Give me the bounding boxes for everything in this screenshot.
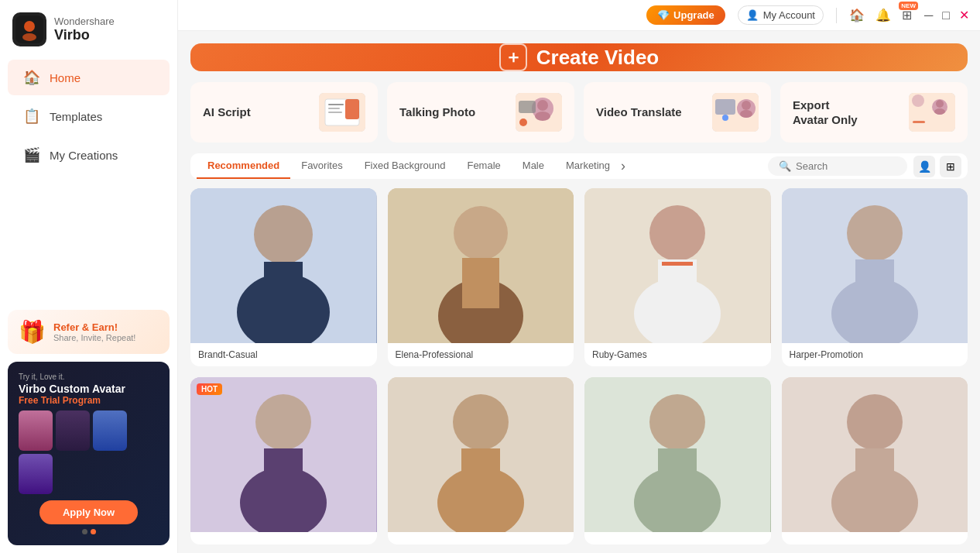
avatar-img-5: HOT bbox=[190, 377, 377, 532]
promo-tagline: Try it, Love it. bbox=[19, 373, 159, 381]
promo-avatar-thumb-3 bbox=[93, 410, 127, 451]
svg-point-57 bbox=[847, 394, 903, 450]
ai-script-img bbox=[319, 93, 365, 132]
svg-point-1 bbox=[24, 21, 35, 32]
avatar-card-6[interactable] bbox=[388, 377, 574, 544]
svg-rect-51 bbox=[461, 448, 500, 496]
refer-title: Refer & Earn! bbox=[53, 321, 135, 333]
view-toggle: 👤 ⊞ bbox=[913, 156, 961, 177]
view-btn-grid[interactable]: ⊞ bbox=[940, 156, 961, 177]
main-scrollable-content: ＋ Create Video AI Script Talking Photo V… bbox=[178, 31, 980, 553]
tab-marketing[interactable]: Marketing bbox=[555, 153, 621, 179]
svg-rect-59 bbox=[855, 448, 894, 496]
sidebar-item-home-label: Home bbox=[50, 71, 81, 84]
avatar-name-5 bbox=[190, 532, 377, 544]
video-translate-img bbox=[712, 93, 759, 132]
new-badge: NEW bbox=[899, 2, 918, 10]
sidebar-item-templates-label: Templates bbox=[50, 110, 102, 123]
tab-male[interactable]: Male bbox=[512, 153, 555, 179]
avatar-img-7 bbox=[584, 377, 771, 532]
view-btn-person[interactable]: 👤 bbox=[913, 156, 935, 177]
feature-card-talking-photo[interactable]: Talking Photo bbox=[387, 82, 574, 143]
grid-icon[interactable]: ⊞ NEW bbox=[902, 8, 912, 22]
feature-card-export-avatar[interactable]: Export Avatar Only bbox=[780, 82, 968, 143]
svg-point-25 bbox=[912, 94, 924, 107]
avatar-grid: Brandt-Casual Elena-Professional bbox=[190, 188, 968, 544]
avatar-name-8 bbox=[782, 532, 968, 544]
search-box: 🔍 bbox=[768, 156, 907, 176]
my-account-button[interactable]: 👤 My Account bbox=[738, 5, 824, 25]
window-controls: ─ □ ✕ bbox=[924, 8, 969, 22]
svg-rect-7 bbox=[328, 112, 342, 113]
sidebar-item-home[interactable]: 🏠 Home bbox=[8, 60, 170, 95]
promo-custom-avatar[interactable]: Try it, Love it. Virbo Custom Avatar Fre… bbox=[8, 362, 170, 545]
sidebar-item-templates[interactable]: 📋 Templates bbox=[8, 98, 170, 134]
svg-rect-26 bbox=[913, 121, 925, 123]
maximize-button[interactable]: □ bbox=[942, 9, 950, 22]
feature-card-ai-script[interactable]: AI Script bbox=[190, 82, 378, 143]
avatar-img-6 bbox=[388, 377, 574, 532]
create-video-label: Create Video bbox=[536, 46, 659, 70]
avatar-card-3[interactable]: Ruby-Games bbox=[584, 188, 771, 366]
svg-rect-5 bbox=[328, 104, 344, 105]
avatar-card-2[interactable]: Elena-Professional bbox=[388, 188, 574, 366]
svg-rect-6 bbox=[328, 108, 340, 109]
avatar-img-8 bbox=[782, 377, 968, 532]
titlebar: 💎 Upgrade 👤 My Account 🏠 🔔 ⊞ NEW ─ □ ✕ bbox=[178, 0, 980, 31]
promo-refer[interactable]: 🎁 Refer & Earn! Share, Invite, Repeat! bbox=[8, 310, 170, 354]
svg-point-18 bbox=[742, 101, 751, 110]
svg-rect-38 bbox=[658, 259, 697, 307]
svg-point-23 bbox=[936, 100, 944, 108]
main-content: 💎 Upgrade 👤 My Account 🏠 🔔 ⊞ NEW ─ □ ✕ bbox=[178, 0, 980, 553]
upgrade-button[interactable]: 💎 Upgrade bbox=[646, 5, 725, 25]
avatar-name-7 bbox=[584, 532, 771, 544]
talking-photo-title: Talking Photo bbox=[399, 105, 475, 120]
tabs-more-button[interactable]: › bbox=[621, 158, 625, 174]
avatar-img-4 bbox=[782, 188, 968, 343]
svg-rect-47 bbox=[264, 448, 303, 496]
tab-recommended[interactable]: Recommended bbox=[197, 153, 290, 179]
promo-avatar-thumbs bbox=[19, 410, 159, 494]
search-input[interactable] bbox=[796, 160, 896, 172]
minimize-button[interactable]: ─ bbox=[924, 9, 933, 22]
svg-point-2 bbox=[22, 33, 36, 41]
promo-avatar-thumb-4 bbox=[19, 454, 53, 494]
avatar-name-4: Harper-Promotion bbox=[782, 343, 968, 366]
svg-point-36 bbox=[649, 205, 705, 261]
svg-point-32 bbox=[454, 206, 508, 260]
create-video-banner[interactable]: ＋ Create Video bbox=[190, 43, 968, 71]
tab-female[interactable]: Female bbox=[456, 153, 511, 179]
app-logo-icon bbox=[12, 12, 46, 46]
svg-point-28 bbox=[254, 205, 313, 264]
avatar-card-1[interactable]: Brandt-Casual bbox=[190, 188, 377, 366]
hot-badge-5: HOT bbox=[197, 383, 222, 395]
notification-icon[interactable]: 🔔 bbox=[875, 8, 891, 22]
close-button[interactable]: ✕ bbox=[959, 8, 969, 22]
avatar-card-7[interactable] bbox=[584, 377, 771, 544]
logo-text: Wondershare Virbo bbox=[54, 15, 115, 43]
sidebar-item-my-creations[interactable]: 🎬 My Creations bbox=[8, 137, 170, 173]
creations-icon: 🎬 bbox=[23, 146, 40, 163]
avatar-card-5[interactable]: HOT bbox=[190, 377, 377, 544]
logo-area: Wondershare Virbo bbox=[0, 0, 177, 58]
refer-icon: 🎁 bbox=[19, 319, 46, 345]
svg-rect-34 bbox=[462, 258, 499, 308]
tab-fixed-background[interactable]: Fixed Background bbox=[354, 153, 457, 179]
brand-name: Wondershare bbox=[54, 15, 115, 27]
home-titlebar-icon[interactable]: 🏠 bbox=[849, 8, 865, 22]
export-avatar-title: Export Avatar Only bbox=[793, 98, 858, 128]
product-name: Virbo bbox=[54, 27, 115, 43]
upgrade-label: Upgrade bbox=[673, 9, 714, 21]
create-video-plus-icon: ＋ bbox=[499, 43, 527, 71]
feature-cards: AI Script Talking Photo Video Translate … bbox=[190, 82, 968, 143]
feature-card-video-translate[interactable]: Video Translate bbox=[584, 82, 771, 143]
tab-favorites[interactable]: Favorites bbox=[290, 153, 353, 179]
grid-section: Recommended Favorites Fixed Background F… bbox=[190, 153, 968, 544]
avatar-name-3: Ruby-Games bbox=[584, 343, 771, 366]
avatar-name-2: Elena-Professional bbox=[388, 343, 574, 366]
apply-now-button[interactable]: Apply Now bbox=[39, 500, 138, 524]
avatar-card-8[interactable] bbox=[782, 377, 968, 544]
home-icon: 🏠 bbox=[23, 69, 40, 86]
avatar-card-4[interactable]: Harper-Promotion bbox=[782, 188, 968, 366]
avatar-name-6 bbox=[388, 532, 574, 544]
